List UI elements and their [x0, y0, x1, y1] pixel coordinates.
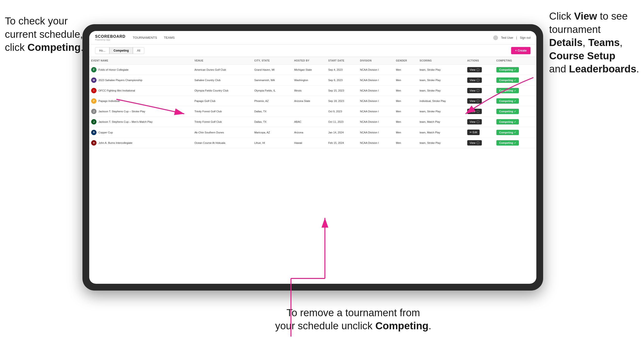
table-header: EVENT NAME VENUE CITY, STATE HOSTED BY S…	[89, 57, 536, 65]
ann-r-period: .	[636, 63, 639, 75]
event-name-text: John A. Burns Intercollegiate	[98, 141, 132, 144]
cell-competing[interactable]: Competing ✓	[494, 65, 536, 75]
col-hosted-by: HOSTED BY	[292, 57, 326, 65]
check-icon: ✓	[514, 89, 516, 92]
event-name-text: Folds of Honor Collegiate	[98, 68, 128, 71]
cell-competing[interactable]: Competing ✓	[494, 127, 536, 138]
cell-gender: Men	[394, 85, 418, 96]
app-header: SCOREBOARD Powered by clippi TOURNAMENTS…	[89, 31, 536, 44]
cell-start-date: Sep 4, 2023	[326, 65, 358, 75]
cell-action[interactable]: View i	[465, 138, 494, 148]
ann-r-and: and	[549, 63, 569, 75]
cell-city: Maricopa, AZ	[252, 127, 292, 138]
ann-b-2: your schedule unclick	[275, 320, 375, 332]
cell-competing[interactable]: Competing ✓	[494, 85, 536, 96]
team-logo: F	[91, 67, 96, 72]
tab-competing[interactable]: Competing	[109, 47, 133, 54]
table-row: A Copper Cup Ak-Chin Southern DunesMaric…	[89, 127, 536, 138]
ann-r-bold4: Course Setup	[549, 50, 616, 61]
table-row: H John A. Burns Intercollegiate Ocean Co…	[89, 138, 536, 148]
cell-scoring: team, Stroke Play	[418, 85, 466, 96]
view-button[interactable]: View i	[467, 140, 482, 146]
cell-action[interactable]: ✏ Edit	[465, 127, 494, 138]
view-button[interactable]: View i	[467, 88, 482, 93]
cell-scoring: team, Stroke Play	[418, 106, 466, 117]
competing-button[interactable]: Competing ✓	[496, 77, 519, 83]
cell-action[interactable]: View i	[465, 65, 494, 75]
team-logo: J	[91, 119, 96, 125]
separator: |	[516, 36, 517, 39]
cell-competing[interactable]: Competing ✓	[494, 138, 536, 148]
view-button[interactable]: View i	[467, 119, 482, 125]
scoreboard-title: SCOREBOARD	[95, 34, 126, 39]
cell-competing[interactable]: Competing ✓	[494, 117, 536, 127]
sign-out-link[interactable]: Sign out	[520, 36, 530, 39]
competing-button[interactable]: Competing ✓	[496, 88, 519, 93]
annotation-top-left: To check your current schedule, click Co…	[5, 14, 84, 54]
ann-r-comma1: ,	[583, 37, 588, 48]
cell-competing[interactable]: Competing ✓	[494, 96, 536, 106]
event-name-text: Papago Individual	[98, 100, 120, 102]
cell-start-date: Oct 11, 2023	[326, 117, 358, 127]
info-icon: i	[476, 100, 479, 102]
annotation-line1: To check your	[5, 15, 68, 27]
cell-action[interactable]: View i	[465, 75, 494, 85]
tab-home[interactable]: Ho...	[95, 47, 109, 54]
cell-event-name: J Jackson T. Stephens Cup – Men's Match …	[89, 117, 192, 127]
nav-tournaments[interactable]: TOURNAMENTS	[133, 36, 157, 39]
view-button[interactable]: View i	[467, 98, 482, 104]
ann-b-suffix: .	[428, 320, 431, 332]
annotation-line3-prefix: click	[5, 42, 28, 53]
view-button[interactable]: View i	[467, 77, 482, 83]
nav-teams[interactable]: TEAMS	[164, 36, 175, 39]
create-button[interactable]: + Create	[511, 47, 530, 54]
cell-venue: Ocean Course At Hokuala	[192, 138, 252, 148]
cell-venue: American Dunes Golf Club	[192, 65, 252, 75]
cell-city: Sammamish, WA	[252, 75, 292, 85]
view-button[interactable]: View i	[467, 109, 482, 114]
cell-gender: Men	[394, 117, 418, 127]
event-name-text: Jackson T. Stephens Cup – Men's Match Pl…	[98, 120, 152, 123]
user-icon	[493, 35, 498, 40]
cell-division: NCAA Division I	[358, 75, 394, 85]
competing-button[interactable]: Competing ✓	[496, 98, 519, 104]
competing-button[interactable]: Competing ✓	[496, 130, 519, 135]
ann-r-comma2: ,	[620, 37, 623, 48]
cell-gender: Men	[394, 138, 418, 148]
ann-r-bold5: Leaderboards	[569, 63, 636, 75]
cell-event-name: W 2023 Sahalee Players Championship	[89, 75, 192, 85]
cell-competing[interactable]: Competing ✓	[494, 106, 536, 117]
cell-action[interactable]: View i	[465, 85, 494, 96]
event-name-text: Jackson T. Stephens Cup – Stroke Play	[98, 110, 145, 113]
info-icon: i	[476, 120, 479, 123]
competing-button[interactable]: Competing ✓	[496, 109, 519, 114]
cell-scoring: team, Stroke Play	[418, 65, 466, 75]
scoreboard-brand: SCOREBOARD Powered by clippi	[95, 34, 126, 41]
cell-action[interactable]: View i	[465, 106, 494, 117]
cell-hosted-by: Michigan State	[292, 65, 326, 75]
cell-gender: Men	[394, 127, 418, 138]
check-icon: ✓	[514, 131, 516, 134]
cell-action[interactable]: View i	[465, 96, 494, 106]
check-icon: ✓	[514, 100, 516, 102]
cell-scoring: team, Match Play	[418, 127, 466, 138]
edit-button[interactable]: ✏ Edit	[467, 130, 480, 135]
tab-all[interactable]: All	[133, 47, 144, 54]
info-icon: i	[476, 89, 479, 92]
view-button[interactable]: View i	[467, 67, 482, 72]
competing-button[interactable]: Competing ✓	[496, 67, 519, 72]
cell-action[interactable]: View i	[465, 117, 494, 127]
cell-venue: Trinity Forest Golf Club	[192, 106, 252, 117]
table-row: P Papago Individual Papago Golf ClubPhoe…	[89, 96, 536, 106]
competing-button[interactable]: Competing ✓	[496, 119, 519, 125]
team-logo: J	[91, 109, 96, 114]
cell-hosted-by: Arizona	[292, 127, 326, 138]
cell-event-name: I OFCC Fighting Illini Invitational	[89, 85, 192, 96]
cell-competing[interactable]: Competing ✓	[494, 75, 536, 85]
cell-city: Dallas, TX	[252, 106, 292, 117]
cell-city: Grand Haven, MI	[252, 65, 292, 75]
ann-b-bold: Competing	[375, 320, 428, 332]
ann-r-bold3: Teams	[588, 37, 620, 48]
table-container: EVENT NAME VENUE CITY, STATE HOSTED BY S…	[89, 57, 536, 284]
competing-button[interactable]: Competing ✓	[496, 140, 519, 146]
